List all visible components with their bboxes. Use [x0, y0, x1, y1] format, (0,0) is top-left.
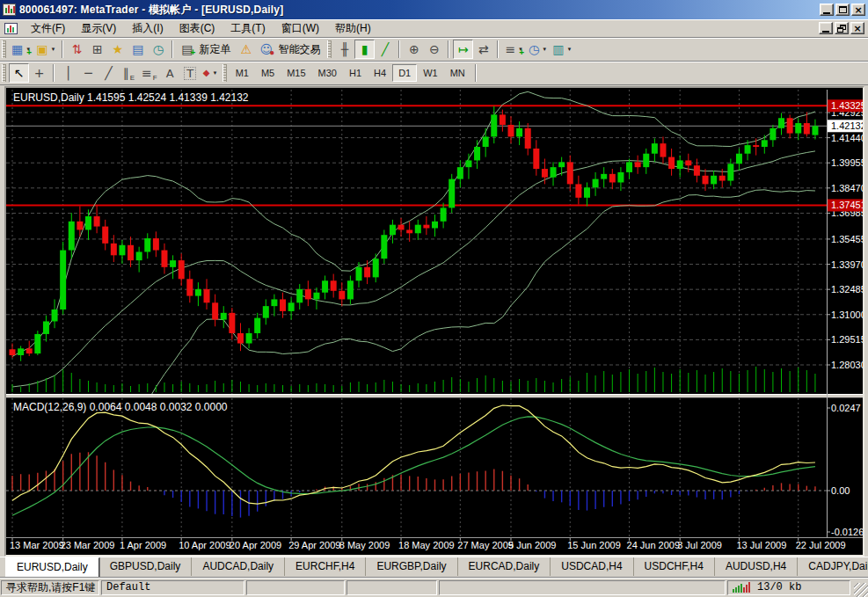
cursor-icon: ↖	[14, 67, 25, 79]
timeframe-d1[interactable]: D1	[392, 64, 417, 82]
metaeditor-button[interactable]: ⚠	[236, 40, 256, 59]
timeframe-m1[interactable]: M1	[230, 64, 255, 82]
timeframe-w1[interactable]: W1	[417, 64, 444, 82]
chart-tab-eurcad[interactable]: EURCAD,Daily	[457, 557, 551, 576]
chart-tab-audusd[interactable]: AUDUSD,H4	[714, 557, 797, 576]
chart-canvas[interactable]: 13 Mar 200923 Mar 20091 Apr 200910 Apr 2…	[6, 88, 863, 555]
candlestick-chart-button[interactable]: ▮	[354, 40, 375, 59]
menu-item-file[interactable]: 文件(F)	[23, 19, 73, 38]
strategy-tester-button[interactable]: ◷	[148, 40, 168, 59]
date-tick-label: 13 Mar 2009	[10, 540, 64, 550]
alert-icon: ⚠	[241, 43, 252, 55]
text-label-button[interactable]: T	[180, 63, 201, 83]
indicators-icon: ≡	[505, 43, 515, 55]
timeframe-m30[interactable]: M30	[312, 64, 343, 82]
menu-item-help[interactable]: 帮助(H)	[327, 19, 379, 38]
plus-icon: +	[26, 48, 32, 57]
chart-tab-audcad[interactable]: AUDCAD,Daily	[191, 557, 284, 576]
traffic-counter: 13/0 kb	[757, 581, 801, 593]
horizontal-line-button[interactable]: ─	[78, 63, 98, 83]
date-tick-label: 3 Jul 2009	[677, 540, 722, 550]
equidistant-channel-button[interactable]: ∥ E	[119, 63, 139, 83]
periods-icon: ◷	[529, 43, 539, 55]
periods-button[interactable]: ◷ ▼	[526, 40, 550, 59]
minimize-button[interactable]	[820, 4, 834, 16]
menu-item-insert[interactable]: 插入(I)	[124, 19, 171, 38]
chart-shift-button[interactable]: ⇄	[473, 40, 493, 59]
vertical-line-button[interactable]: │	[58, 63, 78, 83]
menu-item-window[interactable]: 窗口(W)	[274, 19, 327, 38]
maximize-button[interactable]	[835, 4, 850, 16]
indicators-button[interactable]: ≡ + ▼	[502, 40, 526, 59]
navigator-button[interactable]: ★	[107, 40, 128, 59]
market-watch-button[interactable]: ⇅	[67, 40, 87, 59]
child-close-button[interactable]: ×	[850, 22, 864, 34]
chart-tab-gbpusd[interactable]: GBPUSD,Daily	[99, 557, 192, 576]
profiles-icon: ▣	[36, 43, 47, 55]
bid-price-label: 1.42132	[831, 120, 863, 131]
chart-tab-cadjpy[interactable]: CADJPY,Daily	[797, 557, 868, 576]
price-tick-label: 1.31000	[831, 309, 863, 320]
cursor-button[interactable]: ↖	[9, 63, 29, 83]
new-order-button[interactable]: ▤ +	[177, 40, 197, 59]
status-connection: 13/0 kb	[727, 580, 850, 595]
arrows-button[interactable]: ◆ ▼	[201, 63, 221, 83]
menu-item-tools[interactable]: 工具(T)	[222, 19, 273, 38]
data-window-button[interactable]: ⊞	[87, 40, 107, 59]
chart-client[interactable]: 13 Mar 200923 Mar 20091 Apr 200910 Apr 2…	[6, 88, 863, 555]
date-axis[interactable]: 13 Mar 200923 Mar 20091 Apr 200910 Apr 2…	[6, 538, 863, 551]
menu-item-view[interactable]: 显示(V)	[73, 19, 124, 38]
trendline-button[interactable]: ╱	[98, 63, 119, 83]
date-tick-label: 5 Jun 2009	[508, 540, 556, 550]
menu-item-charts[interactable]: 图表(C)	[171, 19, 223, 38]
chart-tab-eurchf[interactable]: EURCHF,H4	[284, 557, 365, 576]
toolbar-grip[interactable]	[2, 64, 6, 82]
plus-icon: +	[519, 48, 524, 57]
bar-chart-icon: ╫	[341, 43, 348, 55]
toolbar-grip[interactable]	[2, 40, 6, 58]
close-button[interactable]: ×	[851, 4, 865, 16]
line-chart-button[interactable]: ╱	[375, 40, 395, 59]
price-tick-label: 1.33970	[831, 259, 863, 270]
resize-grip[interactable]	[854, 583, 868, 597]
new-chart-button[interactable]: ▦ + ▼	[9, 40, 33, 59]
child-restore-button[interactable]	[835, 22, 849, 34]
timeframe-h1[interactable]: H1	[343, 64, 368, 82]
status-profile[interactable]: Default	[101, 580, 244, 595]
auto-scroll-button[interactable]: ↦	[453, 40, 473, 59]
timeframe-mn[interactable]: MN	[444, 64, 471, 82]
chart-tab-usdcad[interactable]: USDCAD,H4	[550, 557, 632, 576]
chart-window-icon[interactable]	[4, 23, 18, 34]
bar-chart-button[interactable]: ╫	[334, 40, 354, 59]
child-minimize-button[interactable]	[819, 22, 833, 34]
zoom-in-button[interactable]: ⊕	[404, 40, 424, 59]
macd-tick-label: 0.00	[831, 485, 850, 496]
toolbar-grip[interactable]	[327, 40, 332, 58]
status-panel	[346, 580, 437, 595]
zoom-in-icon: ⊕	[409, 43, 419, 55]
dot-icon: ●	[269, 48, 274, 57]
text-button[interactable]: A	[160, 63, 180, 83]
price-axis[interactable]: 1.429251.414401.399551.384701.369851.354…	[827, 90, 863, 537]
macd-tick-label: 0.0247	[831, 403, 861, 413]
new-order-label[interactable]: 新定单	[199, 42, 230, 57]
date-tick-label: 22 Jul 2009	[796, 540, 846, 550]
timeframe-h4[interactable]: H4	[368, 64, 392, 82]
profiles-button[interactable]: ▣ ▼	[33, 40, 58, 59]
price-tick-label: 1.41440	[831, 133, 863, 143]
level-lines	[6, 106, 827, 205]
pane-splitter[interactable]	[6, 394, 863, 398]
zoom-out-button[interactable]: ⊖	[424, 40, 444, 59]
crosshair-button[interactable]: +	[29, 63, 49, 83]
chart-tab-eurusd[interactable]: EURUSD,Daily	[5, 557, 99, 577]
timeframe-m15[interactable]: M15	[281, 64, 311, 82]
templates-button[interactable]: ▥ ▼	[550, 40, 574, 59]
timeframe-m5[interactable]: M5	[255, 64, 281, 82]
toolbar-grip[interactable]	[222, 64, 227, 82]
terminal-button[interactable]: ▤	[128, 40, 148, 59]
expert-advisors-button[interactable]: ☺ ●	[256, 40, 276, 59]
expert-advisors-label[interactable]: 智能交易	[278, 42, 320, 57]
fibonacci-button[interactable]: ≡ F	[139, 63, 160, 83]
chart-tab-usdchf[interactable]: USDCHF,H4	[633, 557, 714, 576]
chart-tab-eurgbp[interactable]: EURGBP,Daily	[365, 557, 456, 576]
